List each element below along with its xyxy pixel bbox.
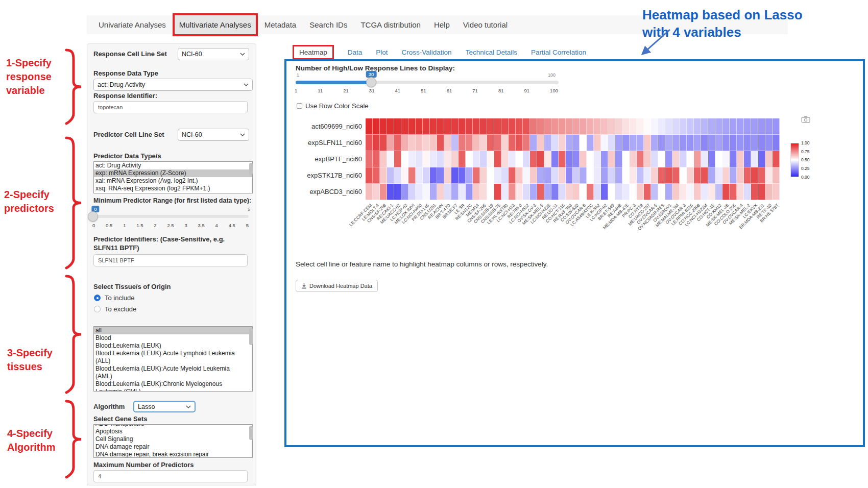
listbox-option[interactable]: Blood:Leukemia (LEUK):Acute Lymphoid Leu… (94, 350, 252, 365)
listbox-option[interactable]: xsq: RNA-seq Expression (log2 FPKM+1.) (94, 185, 252, 192)
heatmap-cell[interactable] (572, 167, 580, 184)
heatmap-cell[interactable] (509, 184, 516, 200)
heatmap-cell[interactable] (480, 118, 487, 135)
heatmap-cell[interactable] (509, 151, 516, 167)
heatmap-cell[interactable] (630, 118, 637, 135)
heatmap-cell[interactable] (394, 151, 401, 167)
heatmap-cell[interactable] (580, 167, 587, 184)
heatmap-cell[interactable] (408, 184, 416, 200)
heatmap-cell[interactable] (615, 118, 622, 135)
heatmap-cell[interactable] (651, 135, 658, 151)
listbox-option[interactable]: Cell Signaling (94, 435, 252, 443)
heatmap-cell[interactable] (701, 167, 708, 184)
heatmap-cell[interactable] (608, 184, 615, 200)
heatmap-cell[interactable] (494, 151, 501, 167)
heatmap-cell[interactable] (680, 135, 687, 151)
heatmap-cell[interactable] (715, 135, 722, 151)
listbox-option[interactable]: exp: mRNA Expression (Z-Score) (94, 169, 252, 177)
listbox-option[interactable]: act: Drug Activity (94, 162, 252, 169)
heatmap-cell[interactable] (687, 167, 694, 184)
nav-tab[interactable]: TCGA distribution (354, 15, 427, 34)
heatmap-cell[interactable] (758, 151, 765, 167)
heatmap-cell[interactable] (473, 184, 480, 200)
heatmap-cell[interactable] (423, 118, 430, 135)
heatmap-cell[interactable] (416, 151, 423, 167)
heatmap-cell[interactable] (544, 167, 551, 184)
heatmap-cell[interactable] (401, 184, 408, 200)
heatmap-cell[interactable] (444, 151, 451, 167)
heatmap-cell[interactable] (480, 135, 487, 151)
heatmap-cell[interactable] (608, 151, 615, 167)
heatmap-cell[interactable] (587, 118, 594, 135)
heatmap-cell[interactable] (708, 118, 715, 135)
heatmap-cell[interactable] (765, 151, 773, 167)
heatmap-cell[interactable] (651, 118, 658, 135)
heatmap-cell[interactable] (672, 167, 680, 184)
heatmap-cell[interactable] (459, 151, 466, 167)
heatmap-cell[interactable] (608, 167, 615, 184)
heatmap-cell[interactable] (615, 167, 622, 184)
heatmap-cell[interactable] (694, 167, 701, 184)
heatmap-cell[interactable] (572, 135, 580, 151)
heatmap-cell[interactable] (437, 151, 444, 167)
heatmap-cell[interactable] (622, 184, 630, 200)
heatmap-cell[interactable] (665, 118, 672, 135)
heatmap-cell[interactable] (423, 151, 430, 167)
heatmap-row-label[interactable]: expABCD3_nci60 (286, 184, 362, 200)
heatmap-cell[interactable] (737, 151, 744, 167)
heatmap-cell[interactable] (380, 151, 387, 167)
predictor-cell-line-set-select[interactable]: NCI-60 (178, 129, 249, 141)
heatmap-cell[interactable] (466, 184, 473, 200)
heatmap-cell[interactable] (758, 118, 765, 135)
response-identifier-input[interactable] (93, 101, 248, 113)
heatmap-cell[interactable] (466, 135, 473, 151)
heatmap-cell[interactable] (459, 118, 466, 135)
main-tab[interactable]: Technical Details (466, 48, 517, 56)
heatmap-cell[interactable] (530, 167, 537, 184)
heatmap-cell[interactable] (509, 135, 516, 151)
heatmap-cell[interactable] (451, 167, 459, 184)
heatmap-cell[interactable] (773, 151, 780, 167)
heatmap-cell[interactable] (501, 135, 509, 151)
heatmap-cell[interactable] (394, 184, 401, 200)
heatmap-cell[interactable] (559, 151, 566, 167)
heatmap-cell[interactable] (615, 184, 622, 200)
heatmap-cell[interactable] (630, 167, 637, 184)
heatmap-cell[interactable] (672, 135, 680, 151)
heatmap-cell[interactable] (437, 167, 444, 184)
heatmap-cell[interactable] (544, 118, 551, 135)
listbox-option[interactable]: DNA damage repair (94, 443, 252, 451)
heatmap-cell[interactable] (587, 184, 594, 200)
listbox-option[interactable]: ABC Transporters (94, 424, 252, 428)
download-heatmap-data-button[interactable]: Download Heatmap Data (296, 280, 378, 292)
heatmap-cell[interactable] (373, 184, 380, 200)
heatmap-cell[interactable] (665, 135, 672, 151)
heatmap-cell[interactable] (373, 118, 380, 135)
heatmap-cell[interactable] (544, 151, 551, 167)
heatmap-cell[interactable] (408, 135, 416, 151)
heatmap-cell[interactable] (708, 135, 715, 151)
heatmap-cell[interactable] (730, 184, 737, 200)
heatmap-cell[interactable] (516, 151, 523, 167)
listbox-option[interactable]: all (94, 327, 252, 334)
heatmap-cell[interactable] (444, 184, 451, 200)
heatmap-row-label[interactable]: expSTK17B_nci60 (286, 167, 362, 184)
heatmap-cell[interactable] (509, 167, 516, 184)
heatmap-cell[interactable] (751, 167, 758, 184)
heatmap-cell[interactable] (708, 184, 715, 200)
heatmap-cell[interactable] (559, 167, 566, 184)
heatmap-row-label[interactable]: act609699_nci60 (286, 118, 362, 135)
heatmap-cell[interactable] (722, 167, 730, 184)
heatmap-cell[interactable] (380, 118, 387, 135)
heatmap-cell[interactable] (773, 184, 780, 200)
heatmap-cell[interactable] (737, 118, 744, 135)
heatmap-cell[interactable] (473, 151, 480, 167)
heatmap-cell[interactable] (551, 151, 559, 167)
algorithm-select[interactable]: Lasso (133, 401, 196, 412)
heatmap-cell[interactable] (687, 135, 694, 151)
heatmap-cell[interactable] (501, 118, 509, 135)
heatmap-cell[interactable] (715, 184, 722, 200)
heatmap-cell[interactable] (608, 118, 615, 135)
heatmap-cell[interactable] (430, 167, 437, 184)
heatmap-cell[interactable] (430, 151, 437, 167)
